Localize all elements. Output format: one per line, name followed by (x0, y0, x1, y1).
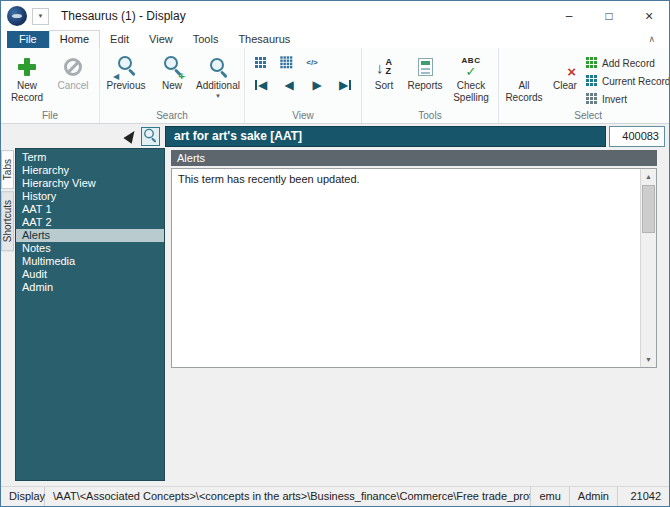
dropdown-caret-icon: ▼ (215, 93, 221, 99)
maximize-button[interactable]: □ (589, 1, 629, 31)
tab-home[interactable]: Home (49, 30, 100, 48)
new-record-button[interactable]: New Record (4, 51, 50, 103)
previous-search-button[interactable]: ◀ Previous (103, 51, 149, 92)
titlebar: ▼ Thesaurus (1) - Display – □ × (1, 1, 669, 31)
status-user: emu (530, 487, 568, 506)
grid-small-icon (255, 57, 258, 60)
scroll-up-button[interactable]: ▲ (641, 169, 656, 184)
pointer-select-icon[interactable] (123, 128, 138, 144)
alerts-content-box[interactable]: This term has recently been updated. ▲ ▼ (171, 168, 657, 368)
left-arrow-badge-icon: ◀ (113, 73, 119, 81)
sidebar-item-notes[interactable]: Notes (16, 242, 164, 255)
last-record-button[interactable]: ▶ (333, 75, 357, 95)
status-mode: Display (1, 487, 45, 506)
sidebar-item-audit[interactable]: Audit (16, 268, 164, 281)
tab-file[interactable]: File (7, 31, 49, 48)
sidebar-item-hierarchy-view[interactable]: Hierarchy View (16, 177, 164, 190)
cancel-icon (64, 58, 82, 76)
grid-large-icon (280, 56, 282, 58)
sidebar-item-term[interactable]: Term (16, 151, 164, 164)
scrollbar-thumb[interactable] (642, 185, 655, 233)
next-record-icon: ▶ (312, 78, 321, 92)
ribbon-group-select: All Records × Clear Add Record Current R… (499, 48, 670, 123)
alerts-panel-header: Alerts (171, 150, 657, 166)
previous-record-button[interactable]: ◀ (277, 75, 301, 95)
magnifier-icon (142, 127, 156, 142)
status-record-count: 21042 (617, 487, 669, 506)
previous-record-icon: ◀ (284, 78, 293, 92)
first-record-button[interactable]: ◀ (249, 75, 273, 95)
current-record-button[interactable]: Current Record (586, 73, 670, 89)
tab-edit[interactable]: Edit (100, 31, 139, 48)
close-icon: × (645, 8, 653, 24)
minimize-icon: – (566, 9, 573, 23)
ribbon-group-view: </> ◀ ◀ ▶ ▶ View (245, 48, 362, 123)
sidebar-item-alerts[interactable]: Alerts (16, 229, 164, 242)
status-path: \AAT\<Associated Concepts>\<concepts in … (45, 487, 530, 506)
code-view-icon: </> (306, 58, 318, 67)
sort-az-icon: ↓AZ (376, 58, 392, 76)
quick-access-dropdown[interactable]: ▼ (32, 8, 49, 25)
sidebar-item-aat-1[interactable]: AAT 1 (16, 203, 164, 216)
new-search-button[interactable]: + New (149, 51, 195, 92)
first-bar-icon (255, 80, 257, 90)
sidebar-item-admin[interactable]: Admin (16, 281, 164, 294)
sidebar-item-history[interactable]: History (16, 190, 164, 203)
all-records-button[interactable]: All Records (502, 51, 546, 103)
reports-button[interactable]: Reports (403, 51, 447, 92)
current-record-icon (586, 75, 589, 78)
spell-check-icon: ABC✓ (462, 57, 481, 78)
window-title: Thesaurus (1) - Display (61, 9, 186, 23)
sort-button[interactable]: ↓AZ Sort (365, 51, 403, 92)
clear-selection-button[interactable]: × Clear (546, 51, 584, 92)
ribbon-tab-row: File Home Edit View Tools Thesaurus ∧ (1, 31, 669, 48)
record-summary-row: art for art's sake [AAT] 400083 (1, 124, 669, 148)
sidebar-item-aat-2[interactable]: AAT 2 (16, 216, 164, 229)
add-record-button[interactable]: Add Record (586, 55, 670, 71)
invert-selection-button[interactable]: Invert (586, 91, 670, 107)
group-label-search: Search (100, 110, 244, 123)
check-spelling-button[interactable]: ABC✓ Check Spelling (447, 51, 495, 103)
ribbon: New Record Cancel File ◀ Previous + New (1, 48, 669, 124)
tab-thesaurus[interactable]: Thesaurus (228, 31, 300, 48)
chevron-up-icon: ∧ (648, 34, 655, 44)
first-record-icon: ◀ (258, 78, 267, 92)
status-bar: Display \AAT\<Associated Concepts>\<conc… (1, 486, 669, 506)
side-tab-tabs[interactable]: Tabs (1, 150, 14, 189)
code-view-button[interactable]: </> (301, 52, 323, 72)
tab-view[interactable]: View (139, 31, 183, 48)
scroll-down-button[interactable]: ▼ (641, 352, 656, 367)
last-record-icon: ▶ (339, 78, 348, 92)
window-controls: – □ × (549, 1, 669, 31)
sidebar-tab-list: Term Hierarchy Hierarchy View History AA… (15, 148, 165, 481)
search-additional-icon (207, 56, 229, 78)
alerts-text: This term has recently been updated. (172, 169, 656, 189)
cancel-button[interactable]: Cancel (50, 51, 96, 92)
ribbon-group-search: ◀ Previous + New Additional ▼ Search (100, 48, 245, 123)
close-button[interactable]: × (629, 1, 669, 31)
minimize-button[interactable]: – (549, 1, 589, 31)
search-box-button[interactable] (141, 127, 160, 146)
scroll-up-icon: ▲ (645, 173, 652, 180)
grid-view-button[interactable] (275, 52, 297, 72)
collapse-ribbon-button[interactable]: ∧ (644, 33, 659, 45)
dropdown-icon: ▼ (38, 13, 44, 19)
scroll-down-icon: ▼ (645, 356, 652, 363)
side-tab-strip: Tabs Shortcuts (1, 148, 15, 486)
contact-sheet-view-button[interactable] (249, 52, 271, 72)
report-icon (418, 58, 433, 76)
tab-tools[interactable]: Tools (183, 31, 229, 48)
main-panel: Alerts This term has recently been updat… (165, 148, 669, 486)
sidebar-item-hierarchy[interactable]: Hierarchy (16, 164, 164, 177)
side-tab-shortcuts[interactable]: Shortcuts (1, 191, 14, 251)
record-number: 400083 (609, 126, 665, 147)
app-logo-icon[interactable] (7, 6, 27, 26)
status-role: Admin (569, 487, 617, 506)
sidebar-item-multimedia[interactable]: Multimedia (16, 255, 164, 268)
additional-search-button[interactable]: Additional ▼ (195, 51, 241, 99)
group-label-file: File (1, 110, 99, 123)
vertical-scrollbar[interactable]: ▲ ▼ (640, 169, 656, 367)
next-record-button[interactable]: ▶ (305, 75, 329, 95)
group-label-tools: Tools (362, 110, 498, 123)
plus-badge-icon: + (179, 71, 185, 82)
